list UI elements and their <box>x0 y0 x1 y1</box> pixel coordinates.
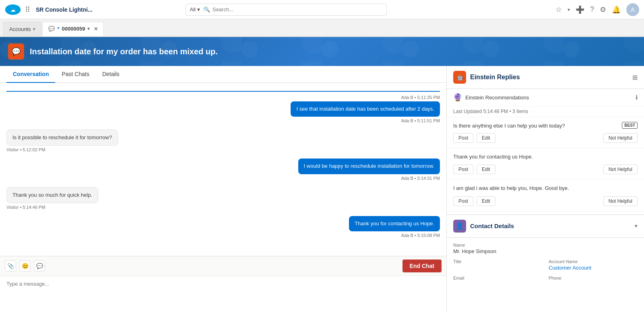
msg-time-1: Ada B • 5:11:51 PM <box>401 118 440 123</box>
right-panel: 🤖 Einstein Replies ⊞ 🔮 Einstein Recommen… <box>447 66 644 311</box>
msg-time-3: Ada B • 5:14:31 PM <box>401 176 440 181</box>
name-value: Mr. Hope Simpson <box>453 248 638 254</box>
chevron-down-icon[interactable]: ▾ <box>33 27 35 32</box>
message-bubble-2: Is it possible to reschedule it for tomo… <box>6 130 118 146</box>
svg-text:☁: ☁ <box>10 7 15 12</box>
grid-icon[interactable]: ⠿ <box>25 5 30 14</box>
einstein-header: 🤖 Einstein Replies ⊞ <box>447 66 644 89</box>
settings-icon[interactable]: ⚙ <box>600 5 606 14</box>
phone-label: Phone <box>549 276 638 280</box>
chat-options-button[interactable]: 💬 <box>34 260 45 272</box>
nav-icons: ☆ ▾ ➕ ? ⚙ 🔔 A <box>555 3 639 16</box>
reply-text-3: I am glad i was able to help you, Hope. … <box>453 184 638 192</box>
einstein-reply-3: I am glad i was able to help you, Hope. … <box>447 179 644 211</box>
msg-sender-time-1: Ada B • 5:11:25 PM <box>401 95 440 100</box>
edit-button-1[interactable]: Edit <box>477 133 495 143</box>
einstein-reply-2: Thank you for contacting us Hope. Post E… <box>447 148 644 180</box>
tab-active-case[interactable]: 💬 * 00000059 ▾ ✕ <box>42 22 104 36</box>
salesforce-logo[interactable]: ☁ <box>5 4 21 15</box>
help-icon[interactable]: ? <box>590 5 594 14</box>
message-input[interactable] <box>6 281 440 305</box>
field-email: Email <box>453 276 542 287</box>
einstein-section: 🤖 Einstein Replies ⊞ 🔮 Einstein Recommen… <box>447 66 644 215</box>
edit-button-3[interactable]: Edit <box>477 196 495 206</box>
message-bubble-5: Thank you for contacting us Hope. <box>349 216 440 231</box>
title-label: Title <box>453 259 542 264</box>
user-avatar[interactable]: A <box>626 3 639 16</box>
contact-fields: Name Mr. Hope Simpson Title Account Name… <box>447 238 644 292</box>
chevron-down-icon[interactable]: ▾ <box>87 26 90 31</box>
favorites-icon[interactable]: ☆ <box>555 5 562 14</box>
contact-title: Contact Details <box>470 222 631 229</box>
case-header: 💬 Installation date for my order has bee… <box>0 37 644 66</box>
not-helpful-button-3[interactable]: Not Helpful <box>603 196 638 206</box>
not-helpful-button-2[interactable]: Not Helpful <box>603 165 638 174</box>
account-name-label: Account Name <box>549 259 638 264</box>
chevron-down-icon: ▾ <box>197 6 200 12</box>
field-name: Name Mr. Hope Simpson <box>453 243 638 254</box>
contact-icon: 👤 <box>453 220 466 233</box>
add-icon[interactable]: ➕ <box>576 5 584 14</box>
email-label: Email <box>453 276 542 280</box>
notifications-icon[interactable]: 🔔 <box>612 5 621 14</box>
einstein-expand-icon[interactable]: ⊞ <box>632 74 638 81</box>
case-title: Installation date for my order has been … <box>30 47 218 56</box>
close-tab-icon[interactable]: ✕ <box>94 26 98 32</box>
post-button-3[interactable]: Post <box>453 196 473 206</box>
top-navigation: ☁ ⠿ SR Console Lightni... All ▾ 🔍 ☆ ▾ ➕ … <box>0 0 644 19</box>
message-row-5: Thank you for contacting us Hope. Ada B … <box>6 216 440 238</box>
tab-active-prefix: * <box>57 26 59 32</box>
msg-time-2: Visitor • 5:12:02 PM <box>6 147 45 152</box>
field-phone: Phone <box>549 276 638 287</box>
main-layout: Conversation Past Chats Details Ada B • … <box>0 66 644 311</box>
tab-accounts[interactable]: Accounts ▾ <box>3 22 41 36</box>
tab-past-chats[interactable]: Past Chats <box>55 66 95 83</box>
message-row-3: I would be happy to reschedule installat… <box>6 159 440 180</box>
search-icon: 🔍 <box>204 6 213 12</box>
edit-button-2[interactable]: Edit <box>477 165 495 174</box>
chat-tab-icon: 💬 <box>48 26 55 32</box>
search-all-dropdown[interactable]: All ▾ <box>190 6 204 12</box>
case-icon-wrap: 💬 <box>8 43 24 60</box>
post-button-1[interactable]: Post <box>453 133 473 143</box>
chat-case-icon: 💬 <box>12 47 21 56</box>
phone-value <box>549 281 638 287</box>
einstein-sub-title: Einstein Recommendations <box>465 95 632 101</box>
attachment-button[interactable]: 📎 <box>5 260 16 272</box>
end-chat-button[interactable]: End Chat <box>402 260 442 272</box>
einstein-icon: 🤖 <box>453 71 466 84</box>
reply-text-1: Is there anything else I can help you wi… <box>453 122 565 130</box>
field-account-name: Account Name Customer Account <box>549 259 638 271</box>
msg-time-5: Ada B • 5:15:08 PM <box>401 233 440 238</box>
content-area: 💬 Installation date for my order has bee… <box>0 37 644 311</box>
title-value <box>453 265 542 271</box>
emoji-button[interactable]: 😊 <box>19 260 31 272</box>
account-name-value[interactable]: Customer Account <box>549 265 638 271</box>
tab-bar: Accounts ▾ 💬 * 00000059 ▾ ✕ <box>0 19 644 37</box>
post-button-2[interactable]: Post <box>453 165 473 174</box>
robot-icon: 🤖 <box>456 74 463 80</box>
message-input-area <box>0 276 446 311</box>
chat-divider <box>6 91 440 92</box>
not-helpful-button-1[interactable]: Not Helpful <box>603 133 638 143</box>
recommendations-icon: 🔮 <box>453 93 462 102</box>
conversation-panel: Conversation Past Chats Details Ada B • … <box>0 66 447 311</box>
msg-time-4: Visitor • 5:14:46 PM <box>6 205 45 210</box>
reply-actions-2: Post Edit Not Helpful <box>453 165 638 174</box>
person-icon: 👤 <box>456 222 464 230</box>
message-row-2: Is it possible to reschedule it for tomo… <box>6 130 440 152</box>
field-title: Title <box>453 259 542 271</box>
collapse-icon[interactable]: ▾ <box>635 223 638 229</box>
info-icon[interactable]: ℹ <box>636 94 638 101</box>
reply-actions-1: Post Edit Not Helpful <box>453 133 638 143</box>
tab-conversation[interactable]: Conversation <box>6 66 55 83</box>
email-value <box>453 281 542 287</box>
message-bubble-1: I see that installation date has been sc… <box>291 101 440 117</box>
chevron-down-icon[interactable]: ▾ <box>568 7 570 12</box>
search-input[interactable] <box>213 6 382 12</box>
reply-actions-3: Post Edit Not Helpful <box>453 196 638 206</box>
sub-tabs: Conversation Past Chats Details <box>0 66 446 83</box>
chat-toolbar: 📎 😊 💬 End Chat <box>0 256 446 276</box>
app-name: SR Console Lightni... <box>36 6 93 13</box>
tab-details[interactable]: Details <box>96 66 126 83</box>
